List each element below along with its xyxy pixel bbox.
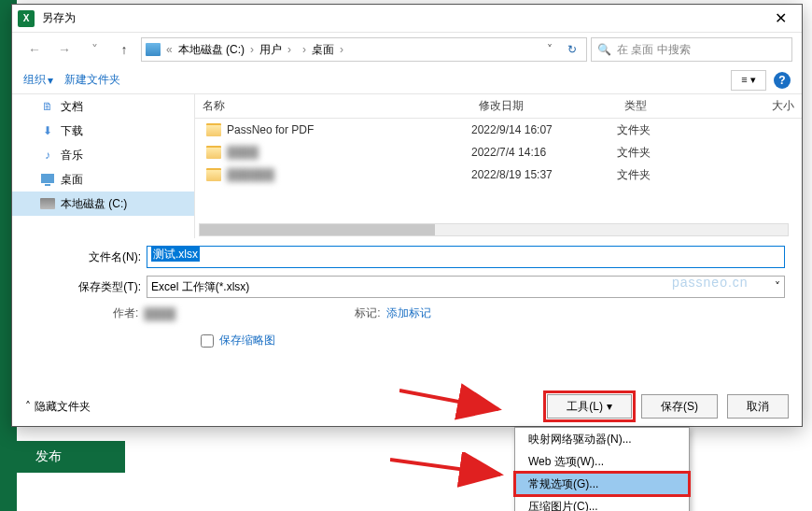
file-row[interactable]: PassNeo for PDF 2022/9/14 16:07 文件夹 <box>195 119 802 141</box>
column-header-size[interactable]: 大小 <box>738 98 802 114</box>
drive-icon <box>40 198 55 209</box>
caret-down-icon: ▾ <box>607 400 612 413</box>
save-button[interactable]: 保存(S) <box>641 394 718 419</box>
chevron-down-icon: ˄ <box>25 400 31 413</box>
folder-icon <box>206 168 221 181</box>
save-thumbnail-label: 保存缩略图 <box>219 333 275 348</box>
menu-item-general-options[interactable]: 常规选项(G)... <box>515 473 689 495</box>
help-icon[interactable]: ? <box>774 72 791 89</box>
organize-menu[interactable]: 组织 ▾ <box>23 72 53 88</box>
file-row[interactable]: ████ 2022/7/4 14:16 文件夹 <box>195 141 802 163</box>
folder-tree: 🗎 文档 ⬇ 下载 ♪ 音乐 桌面 本地磁盘 (C:) <box>12 94 195 238</box>
tools-dropdown-menu: 映射网络驱动器(N)... Web 选项(W)... 常规选项(G)... 压缩… <box>514 427 690 511</box>
chevron-down-icon: ˅ <box>775 280 780 293</box>
dialog-title: 另存为 <box>42 10 761 26</box>
search-input[interactable]: 🔍 在 桌面 中搜索 <box>591 37 792 62</box>
new-folder-button[interactable]: 新建文件夹 <box>64 72 120 88</box>
sidebar-item-documents[interactable]: 🗎 文档 <box>12 94 194 119</box>
menu-item-map-drive[interactable]: 映射网络驱动器(N)... <box>515 428 689 450</box>
author-value[interactable]: ████ <box>144 307 274 320</box>
download-icon: ⬇ <box>40 123 55 138</box>
document-icon: 🗎 <box>40 99 55 114</box>
address-bar[interactable]: « 本地磁盘 (C:) › 用户 › › 桌面 › ˅ ↻ <box>141 37 587 62</box>
folder-icon <box>206 123 221 136</box>
up-button[interactable]: ↑ <box>111 37 137 62</box>
file-row[interactable]: ██████ 2022/8/19 15:37 文件夹 <box>195 163 802 186</box>
menu-item-compress-pictures[interactable]: 压缩图片(C)... <box>515 495 689 511</box>
column-header-date[interactable]: 修改日期 <box>471 98 617 114</box>
publish-nav[interactable]: 发布 <box>17 441 125 473</box>
add-tag-link[interactable]: 添加标记 <box>386 305 431 321</box>
column-header-name[interactable]: 名称 <box>195 98 471 114</box>
recent-dropdown[interactable]: ˅ <box>81 37 107 62</box>
filetype-label: 保存类型(T): <box>29 279 147 295</box>
sidebar-item-local-disk-c[interactable]: 本地磁盘 (C:) <box>12 192 194 216</box>
save-thumbnail-checkbox[interactable] <box>201 334 214 348</box>
sidebar-item-music[interactable]: ♪ 音乐 <box>12 143 194 167</box>
view-options[interactable]: ≡ ▾ <box>731 70 766 91</box>
filename-label: 文件名(N): <box>29 249 147 265</box>
excel-icon: X <box>18 10 35 27</box>
column-header-type[interactable]: 类型 <box>617 98 738 114</box>
filename-input[interactable]: 测试.xlsx <box>147 246 785 268</box>
horizontal-scrollbar[interactable] <box>199 223 789 236</box>
save-as-dialog: X 另存为 ✕ ← → ˅ ↑ « 本地磁盘 (C:) › 用户 › › 桌面 … <box>11 4 803 427</box>
drive-icon <box>146 43 161 56</box>
folder-icon <box>206 146 221 159</box>
sidebar-item-downloads[interactable]: ⬇ 下载 <box>12 119 194 143</box>
search-icon: 🔍 <box>597 43 611 56</box>
sidebar-item-desktop[interactable]: 桌面 <box>12 167 194 192</box>
svg-rect-1 <box>45 184 50 186</box>
watermark: passneo.cn <box>672 275 749 290</box>
music-icon: ♪ <box>40 148 55 163</box>
desktop-icon <box>40 172 55 187</box>
refresh-button[interactable]: ↻ <box>562 43 582 56</box>
file-list: 名称 修改日期 类型 大小 PassNeo for PDF 2022/9/14 … <box>195 94 802 238</box>
author-label: 作者: <box>113 305 138 321</box>
tools-menu-button[interactable]: 工具(L) ▾ <box>547 394 632 419</box>
address-dropdown[interactable]: ˅ <box>541 43 558 56</box>
svg-rect-0 <box>41 174 54 183</box>
forward-button: → <box>51 37 77 62</box>
cancel-button[interactable]: 取消 <box>727 394 789 419</box>
back-button[interactable]: ← <box>21 37 48 62</box>
tag-label: 标记: <box>355 305 380 321</box>
close-button[interactable]: ✕ <box>761 6 800 32</box>
hide-folders-toggle[interactable]: ˄ 隐藏文件夹 <box>25 399 91 415</box>
menu-item-web-options[interactable]: Web 选项(W)... <box>515 450 689 473</box>
